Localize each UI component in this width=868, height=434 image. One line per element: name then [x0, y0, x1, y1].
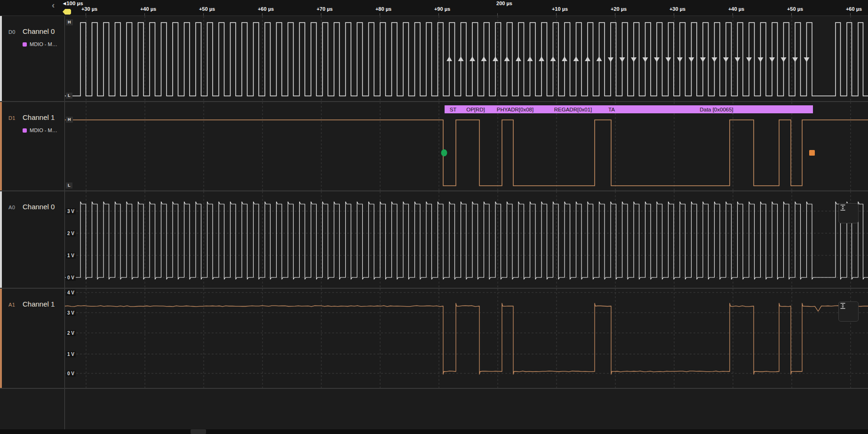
channel-d1-accent	[0, 102, 2, 190]
rising-edge-arrow-icon	[527, 56, 533, 61]
timeline-tick	[556, 13, 557, 16]
mdio-decode-field: PHYADR[0x08]	[497, 107, 534, 112]
timeline-tick	[144, 13, 145, 16]
falling-edge-arrow-icon	[620, 57, 625, 62]
channel-row-d1: D1 Channel 1 MDIO - M… STOP[RD]PHYADR[0x…	[0, 102, 868, 191]
timeline-anchor-label: ◀100 µs	[63, 0, 83, 6]
timeline-tick	[380, 13, 380, 16]
channel-d1-name[interactable]: Channel 1	[23, 113, 55, 121]
channel-d0-sidebar[interactable]: D0 Channel 0 MDIO - M…	[0, 16, 64, 101]
channel-a0-accent	[0, 191, 2, 288]
a0-waveform-plot[interactable]: 3 V2 V1 V0 V	[64, 191, 868, 288]
channel-a1-sidebar[interactable]: A1 Channel 1	[0, 289, 64, 388]
analyzer-legend[interactable]: MDIO - M…	[23, 41, 57, 47]
empty-track-area	[0, 389, 868, 429]
triangle-left-icon: ◀	[63, 1, 66, 6]
channel-d1-id: D1	[8, 115, 16, 121]
rising-edge-arrow-icon	[562, 56, 567, 61]
falling-edge-arrow-icon	[792, 57, 798, 62]
d0-low-label: L	[66, 93, 72, 99]
falling-edge-arrow-icon	[666, 57, 671, 62]
timeline-tick	[86, 13, 86, 16]
falling-edge-arrow-icon	[689, 57, 694, 62]
falling-edge-arrow-icon	[781, 57, 787, 62]
falling-edge-arrow-icon	[723, 57, 729, 62]
expand-vertical-button[interactable]	[838, 203, 859, 223]
scrollbar-thumb[interactable]	[191, 429, 206, 434]
d1-high-label: H	[66, 117, 73, 123]
timeline-tick	[203, 13, 204, 16]
timeline-tick-label: +30 µs	[81, 6, 97, 12]
timeline-tick	[321, 13, 321, 16]
falling-edge-arrow-icon	[758, 57, 764, 62]
rising-edge-arrow-icon	[470, 56, 475, 61]
analyzer-label: MDIO - M…	[30, 127, 57, 133]
falling-edge-arrow-icon	[769, 57, 775, 62]
channel-a1-name[interactable]: Channel 1	[23, 300, 55, 308]
d1-low-label: L	[66, 182, 72, 189]
timeline-tick-label: +50 µs	[199, 6, 215, 12]
falling-edge-arrow-icon	[654, 57, 660, 62]
a1-trace	[65, 303, 868, 374]
timeline-tick-label: +90 µs	[434, 6, 450, 12]
timeline-tick-label: +20 µs	[611, 6, 627, 12]
falling-edge-arrow-icon	[712, 57, 717, 62]
falling-edge-arrow-icon	[608, 57, 613, 62]
a0-voltage-label: 0 V	[66, 275, 76, 281]
analyzer-swatch-icon	[23, 42, 27, 47]
rising-edge-arrow-icon	[458, 56, 464, 61]
timeline-marker-flag[interactable]	[63, 9, 71, 15]
analyzer-legend[interactable]: MDIO - M…	[23, 127, 57, 133]
rising-edge-arrow-icon	[504, 56, 510, 61]
analyzer-swatch-icon	[23, 128, 27, 133]
rising-edge-arrow-icon	[516, 56, 521, 61]
timeline-tick-label: +70 µs	[317, 6, 333, 12]
a1-waveform-plot[interactable]: 4 V3 V2 V1 V0 V	[64, 289, 868, 388]
a1-voltage-label: 3 V	[66, 310, 76, 316]
timeline-tick	[733, 13, 733, 16]
falling-edge-arrow-icon	[735, 57, 741, 62]
timeline-tick	[615, 13, 615, 16]
timeline-tick-label: +10 µs	[552, 6, 568, 12]
d1-waveform: STOP[RD]PHYADR[0x08]REGADR[0x01]TAData […	[65, 102, 868, 190]
timeline-tick	[438, 13, 439, 16]
unfold-vertical-icon	[839, 302, 847, 310]
timeline-ruler[interactable]: ‹ ◀100 µs +30 µs+40 µs+50 µs+60 µs+70 µs…	[0, 0, 868, 16]
channel-d1-sidebar[interactable]: D1 Channel 1 MDIO - M…	[0, 102, 64, 190]
timeline-tick-label: +30 µs	[669, 6, 685, 12]
channel-d0-name[interactable]: Channel 0	[23, 27, 55, 35]
timeline-tick-label: +40 µs	[728, 6, 744, 12]
channel-a0-sidebar[interactable]: A0 Channel 0	[0, 191, 64, 288]
a1-voltage-label: 1 V	[66, 351, 76, 357]
chevron-left-icon[interactable]: ‹	[52, 0, 55, 9]
channel-row-a1: A1 Channel 1 4 V3 V2 V1 V0 V	[0, 289, 868, 389]
falling-edge-arrow-icon	[804, 57, 810, 62]
channel-d0-id: D0	[8, 29, 16, 35]
d0-waveform-plot[interactable]: H L	[64, 16, 868, 101]
timeline-tick	[497, 13, 498, 16]
channel-a0-id: A0	[8, 205, 15, 210]
timeline-tick	[850, 13, 851, 16]
a1-voltage-label: 2 V	[66, 330, 76, 336]
expand-vertical-button[interactable]	[838, 301, 859, 322]
timeline-tick	[674, 13, 674, 16]
horizontal-scrollbar[interactable]	[0, 429, 868, 434]
mdio-decode-field: OP[RD]	[466, 107, 485, 112]
rising-edge-arrow-icon	[585, 56, 590, 61]
a0-voltage-label: 1 V	[66, 253, 76, 259]
a0-waveform	[65, 191, 868, 288]
d1-trace	[65, 120, 868, 186]
falling-edge-arrow-icon	[677, 57, 683, 62]
channel-a1-id: A1	[8, 302, 15, 308]
rising-edge-arrow-icon	[550, 56, 556, 61]
channel-a0-name[interactable]: Channel 0	[23, 203, 55, 211]
a1-voltage-label: 0 V	[66, 371, 76, 377]
d1-waveform-plot[interactable]: STOP[RD]PHYADR[0x08]REGADR[0x01]TAData […	[64, 102, 868, 190]
a0-voltage-label: 3 V	[66, 208, 76, 214]
channel-row-d0: D0 Channel 0 MDIO - M… H L	[0, 16, 868, 102]
mdio-decode-field: TA	[608, 107, 615, 112]
frame-start-marker-icon	[441, 150, 447, 157]
channel-d0-accent	[0, 16, 2, 101]
timeline-tick-label: +40 µs	[140, 6, 156, 12]
falling-edge-arrow-icon	[643, 57, 648, 62]
